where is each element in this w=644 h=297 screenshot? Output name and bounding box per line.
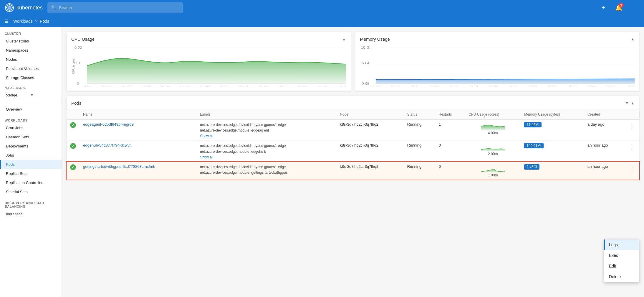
show-all-link[interactable]: Show all [200, 134, 333, 138]
search-input[interactable] [59, 5, 179, 10]
table-row-highlighted: gettingstartedwithgpus-6cd778868c-nxfmb … [67, 162, 639, 180]
pod-name-link[interactable]: edgehub-54d877f794-dcwvn [83, 143, 132, 147]
cpu-mini-chart [481, 122, 505, 130]
pod-status-cell [67, 141, 80, 162]
main-content: CPU Usage ▲ 0.02 0.01 0 [62, 27, 644, 297]
col-status-icon [67, 109, 80, 120]
sidebar-item-ingresses[interactable]: Ingresses [0, 209, 62, 219]
cpu-chart-area: 0.02 0.01 0 [71, 45, 346, 86]
top-nav: kubernetes 🔍 + 🔔 3 👤 [0, 0, 644, 15]
app-logo: kubernetes [5, 3, 43, 12]
namespace-selector[interactable]: iotedge ▾ [5, 91, 57, 99]
svg-text:21:24: 21:24 [239, 86, 248, 86]
sidebar-item-overview[interactable]: Overview [0, 105, 62, 114]
context-menu-logs[interactable]: Logs [604, 239, 639, 250]
memory-chart-card: Memory Usage ▲ 10 Gi 5 Gi 0 Gi [355, 32, 640, 91]
sidebar-item-namespaces[interactable]: Namespaces [0, 46, 62, 55]
breadcrumb-bar: ☰ Workloads > Pods [0, 15, 644, 27]
sidebar-item-cluster-roles[interactable]: Cluster Roles [0, 37, 62, 46]
cpu-chart-title: CPU Usage [71, 37, 95, 42]
pods-title: Pods [71, 101, 81, 106]
svg-point-1 [8, 6, 11, 9]
context-menu-edit[interactable]: Edit [604, 261, 639, 271]
pod-label-0: net.azure-devices.edge.deviceid: myase g… [200, 122, 333, 128]
pod-cpu-cell: 2.00m [465, 141, 521, 162]
svg-text:0 Gi: 0 Gi [362, 82, 369, 86]
pods-table-container: Name Labels Node Status Restarts CPU Usa… [67, 109, 639, 180]
pod-node-cell: k8s-3q7lhq2cl-3q7lhq2 [336, 162, 404, 180]
pod-memory-cell: 67.45Mi [521, 120, 584, 141]
pod-created-cell: a day ago [584, 120, 625, 141]
svg-text:21:27: 21:27 [298, 86, 307, 86]
svg-text:0.01: 0.01 [75, 61, 82, 65]
memory-chart-header: Memory Usage ▲ [360, 37, 635, 42]
svg-text:21:26: 21:26 [279, 86, 287, 86]
cpu-y-axis-label: CPU (cores) [72, 58, 75, 74]
sidebar-item-stateful-sets[interactable]: Stateful Sets [0, 187, 62, 196]
pod-name-link[interactable]: gettingstartedwithgpus-6cd778868c-nxfmb [83, 164, 155, 169]
col-actions [625, 109, 639, 120]
col-memory: Memory Usage (bytes) [521, 109, 584, 120]
pod-label-0: net.azure-devices.edge.deviceid: myase g… [200, 164, 333, 170]
chevron-down-icon: ▾ [31, 93, 57, 97]
svg-text:21:17: 21:17 [102, 86, 111, 86]
sidebar-item-replica-sets[interactable]: Replica Sets [0, 169, 62, 178]
charts-row: CPU Usage ▲ 0.02 0.01 0 [67, 32, 639, 91]
pod-actions-cell: ⋮ [625, 120, 639, 141]
svg-text:21:24: 21:24 [528, 86, 537, 86]
user-menu-button[interactable]: 👤 [629, 2, 639, 13]
svg-text:21:20: 21:20 [450, 86, 458, 86]
pods-header: Pods ≡ ▲ [67, 96, 639, 109]
pod-name-cell: edgeagent-6d5df849bf-mgrd9 [80, 120, 196, 141]
context-menu-exec[interactable]: Exec [604, 250, 639, 261]
svg-text:21:25: 21:25 [259, 86, 268, 86]
pod-status-text-cell: Running [404, 162, 435, 180]
sidebar-item-cron-jobs[interactable]: Cron Jobs [0, 123, 62, 132]
col-node: Node [336, 109, 404, 120]
pod-restarts-cell: 1 [435, 120, 465, 141]
svg-text:21:26: 21:26 [567, 86, 576, 86]
pod-name-link[interactable]: edgeagent-6d5df849bf-mgrd9 [83, 122, 134, 127]
pods-table-body: edgeagent-6d5df849bf-mgrd9 net.azure-dev… [67, 120, 639, 180]
filter-icon[interactable]: ≡ [626, 101, 629, 105]
sidebar-item-nodes[interactable]: Nodes [0, 55, 62, 64]
cpu-chart-collapse-button[interactable]: ▲ [342, 37, 346, 41]
sidebar-item-jobs[interactable]: Jobs [0, 151, 62, 160]
svg-text:21:29: 21:29 [626, 86, 635, 86]
notifications-button[interactable]: 🔔 3 [613, 2, 624, 13]
sidebar-item-replication-controllers[interactable]: Replication Controllers [0, 178, 62, 187]
pod-status-cell [67, 120, 80, 141]
add-button[interactable]: + [598, 2, 609, 13]
col-restarts: Restarts [435, 109, 465, 120]
pod-actions-cell: ⋮ [625, 162, 639, 180]
search-icon: 🔍 [51, 5, 57, 10]
pod-menu-button[interactable]: ⋮ [628, 143, 636, 152]
sidebar-item-pods[interactable]: Pods [0, 160, 62, 169]
pod-menu-button[interactable]: ⋮ [628, 122, 636, 131]
svg-text:21:23: 21:23 [220, 86, 229, 86]
search-bar[interactable]: 🔍 [47, 2, 183, 13]
col-labels: Labels [196, 109, 336, 120]
pods-collapse-button[interactable]: ▲ [631, 101, 635, 105]
svg-text:21:22: 21:22 [489, 86, 498, 86]
memory-chart-collapse-button[interactable]: ▲ [631, 37, 635, 41]
sidebar-item-deployments[interactable]: Deployments [0, 142, 62, 151]
table-row: edgeagent-6d5df849bf-mgrd9 net.azure-dev… [67, 120, 639, 141]
sidebar-item-storage-classes[interactable]: Storage Classes [0, 73, 62, 82]
pod-menu-button[interactable]: ⋮ [628, 164, 636, 173]
memory-chart-area: 10 Gi 5 Gi 0 Gi [360, 45, 635, 86]
context-menu-delete[interactable]: Delete [604, 271, 639, 282]
svg-text:21:29: 21:29 [337, 86, 346, 86]
show-all-link[interactable]: Show all [200, 155, 333, 159]
breadcrumb-current: Pods [40, 19, 49, 24]
hamburger-menu-icon[interactable]: ☰ [5, 19, 9, 24]
sidebar-divider [0, 102, 62, 102]
status-running-icon [70, 143, 76, 149]
svg-text:0: 0 [77, 82, 79, 86]
svg-text:21:22: 21:22 [200, 86, 209, 86]
pod-memory-cell: 2.46Gi [521, 162, 584, 180]
breadcrumb-workloads[interactable]: Workloads [13, 19, 33, 24]
sidebar-item-daemon-sets[interactable]: Daemon Sets [0, 132, 62, 142]
sidebar-item-persistent-volumes[interactable]: Persistent Volumes [0, 64, 62, 73]
svg-text:21:16: 21:16 [371, 86, 380, 86]
